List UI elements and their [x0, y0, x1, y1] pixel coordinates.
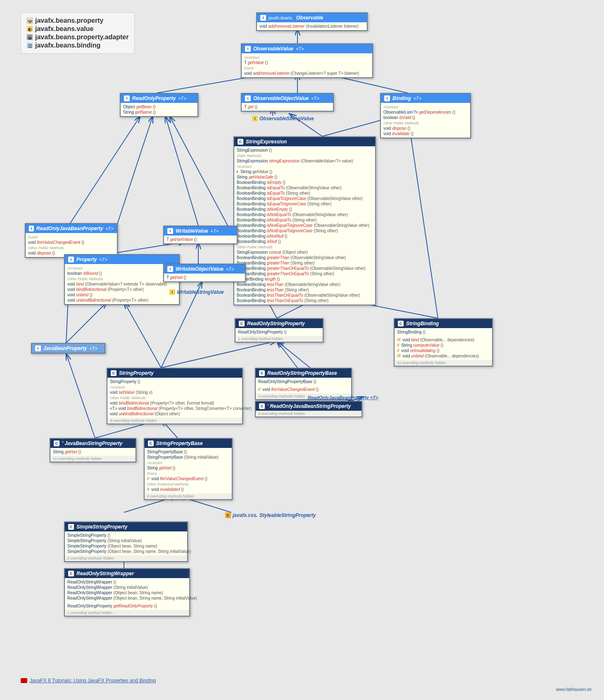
section-label: Other Public Methods — [383, 121, 468, 125]
method: T get/setValue () — [166, 237, 234, 242]
label-styleablestringproperty[interactable]: C javafx.css. StyleableStringProperty — [225, 512, 316, 518]
class-icon: C — [111, 370, 117, 376]
class-observable[interactable]: I javafx.beans. Observable void add/remo… — [256, 12, 368, 31]
hidden-note: 11 overriding methods hidden — [50, 456, 136, 462]
class-observableobjectvalue[interactable]: I ObservableObjectValue <T> T get () — [241, 93, 334, 112]
method: BooleanBinding isEmpty () — [237, 180, 373, 185]
class-title: I javafx.beans. Observable — [257, 13, 367, 22]
section-label: Other Public Methods — [110, 396, 240, 400]
class-javabeanproperty[interactable]: I JavaBeanProperty <T> — [31, 343, 105, 354]
method: BooleanBinding isNotEqualToIgnoreCase (S… — [237, 228, 373, 233]
method: void bindBidirectional (Property<?> othe… — [110, 400, 240, 406]
class-readonlyjavabeanstringproperty[interactable]: C ' ReadOnlyJavaBeanStringProperty 5 ove… — [255, 401, 362, 417]
method: # void onInvalidating () — [397, 348, 490, 353]
section-label: Event — [28, 235, 114, 239]
label-observablestringvalue[interactable]: I ObservableStringValue — [252, 116, 314, 121]
interface-icon: I — [384, 95, 390, 101]
class-title: I ReadOnlyJavaBeanProperty <T> — [26, 224, 117, 233]
method: boolean isValid () — [383, 115, 468, 120]
method: # String computeValue () — [397, 343, 490, 348]
svg-line-17 — [66, 302, 107, 343]
class-readonlystringwrapper[interactable]: C ReadOnlyStringWrapper ReadOnlyStringWr… — [64, 568, 190, 617]
class-icon: C — [68, 524, 74, 530]
method: <T> void bindBidirectional (Property<T> … — [110, 406, 240, 411]
class-readonlyproperty[interactable]: I ReadOnlyProperty <T> Object getBean ()… — [120, 93, 198, 117]
method: BooleanBinding greaterThanOrEqualTo (Obs… — [237, 266, 373, 271]
interface-icon: I — [68, 257, 74, 262]
label-writablestringvalue[interactable]: I WritableStringValue — [169, 289, 224, 295]
method: BooleanBinding isEqualToIgnoreCase (Obse… — [237, 196, 373, 201]
method: BooleanBinding lessThan (ObservableStrin… — [237, 282, 373, 287]
class-title: C SimpleStringProperty — [65, 522, 187, 531]
class-readonlyjavabeanproperty[interactable]: I ReadOnlyJavaBeanProperty <T> Event voi… — [25, 223, 118, 258]
class-body: T get () — [242, 103, 333, 111]
constructor: ReadOnlyStringProperty () — [238, 329, 320, 335]
method: r String getValue () — [237, 169, 373, 174]
interface-icon: I — [35, 345, 41, 351]
method: BooleanBinding isEqualTo (ObservableStri… — [237, 185, 373, 190]
class-writablevalue[interactable]: I WritableValue <T> T get/setValue () — [163, 226, 238, 244]
method: BooleanBinding greaterThanOrEqualTo (Str… — [237, 271, 373, 276]
section-label: Other Public Methods — [237, 245, 373, 249]
class-icon: C — [259, 370, 265, 376]
class-body: StringExpression () Static Methods Strin… — [234, 146, 375, 305]
hidden-note: 1 overriding method hidden — [235, 336, 323, 342]
label-readonlyjavabeanproperty-link[interactable]: ReadOnlyJavaBeanProperty <T> — [308, 395, 378, 400]
method: IntegerBinding length () — [237, 276, 373, 282]
section-label: Event — [244, 66, 370, 70]
section-label: Event — [147, 471, 229, 476]
method: BooleanBinding lessThanOrEqualTo (Observ… — [237, 293, 373, 298]
class-body: Accessor T getValue () Event void add/re… — [242, 53, 372, 77]
class-simplestringproperty[interactable]: C SimpleStringProperty SimpleStringPrope… — [64, 521, 188, 562]
svg-line-21 — [277, 341, 297, 368]
hidden-note: 10 overriding methods hidden — [395, 360, 492, 366]
svg-line-25 — [66, 353, 95, 438]
constructor: StringBinding () — [397, 329, 490, 335]
class-javabeanstringproperty[interactable]: C ' JavaBeanStringProperty String get/se… — [50, 438, 136, 462]
class-stringproperty[interactable]: C StringProperty StringProperty () Acces… — [107, 368, 243, 424]
legend-text: javafx.beans.binding — [35, 42, 100, 49]
class-icon: C — [239, 321, 245, 326]
method: BooleanBinding isNotEqualToIgnoreCase (O… — [237, 223, 373, 228]
class-body: Event void fireValueChangedEvent () Othe… — [26, 233, 117, 257]
class-stringbinding[interactable]: C StringBinding StringBinding () #f void… — [394, 318, 493, 367]
constructor: ReadOnlyStringWrapper () — [67, 579, 187, 585]
constructor: StringProperty () — [110, 379, 240, 384]
class-body: ReadOnlyStringProperty () — [235, 328, 323, 336]
svg-line-18 — [124, 302, 161, 368]
class-title: I JavaBeanProperty <T> — [32, 344, 105, 353]
package-icon: ◒ — [27, 34, 33, 40]
class-body: StringPropertyBase () StringPropertyBase… — [145, 448, 232, 493]
method: void fireValueChangedEvent () — [28, 240, 114, 245]
class-property[interactable]: I Property <T> Accessor boolean isBound … — [64, 254, 180, 305]
class-icon: C — [225, 512, 231, 518]
class-icon: C — [68, 571, 74, 576]
method: BooleanBinding lessThan (String other) — [237, 287, 373, 293]
class-writableobjectvalue[interactable]: I WritableObjectValue <T> T get/set () — [163, 264, 246, 282]
method: #f void bind (Observable... dependencies… — [397, 337, 490, 343]
class-stringexpression[interactable]: C StringExpression StringExpression () S… — [233, 136, 376, 305]
interface-icon: I — [252, 116, 258, 121]
tutorial-link[interactable]: JavaFX 8 Tutorials: Using JavaFX Propert… — [21, 678, 156, 683]
class-icon: C — [148, 440, 154, 446]
class-title: C ReadOnlyStringPropertyBase — [256, 369, 351, 378]
method: StringExpression stringExpression (Obser… — [237, 158, 373, 164]
method: void unbindBidirectional (Property<T> ot… — [67, 298, 176, 303]
class-readonlystringproperty[interactable]: C ReadOnlyStringProperty ReadOnlyStringP… — [235, 318, 323, 343]
class-title: I Binding <T> — [381, 94, 470, 103]
constructor: ReadOnlyStringWrapper (Object bean, Stri… — [67, 595, 187, 601]
interface-icon: I — [169, 289, 175, 295]
svg-line-15 — [409, 124, 438, 318]
class-stringpropertybase[interactable]: C StringPropertyBase StringPropertyBase … — [144, 438, 233, 500]
class-title: C ReadOnlyStringWrapper — [65, 569, 189, 578]
class-binding[interactable]: I Binding <T> Accessor ObservableList<?>… — [380, 93, 471, 138]
method: T get () — [244, 104, 331, 110]
interface-icon: I — [167, 228, 173, 234]
class-body: T get/set () — [164, 274, 245, 281]
section-label: Other Public Methods — [28, 246, 114, 250]
method: void unbindBidirectional (Object other) — [110, 411, 240, 417]
method: #f void unbind (Observable... dependenci… — [397, 353, 490, 359]
method: void setValue (String v) — [110, 390, 240, 395]
class-observablevalue[interactable]: I ObservableValue <T> Accessor T getValu… — [241, 43, 373, 78]
constructor: SimpleStringProperty (String initialValu… — [67, 538, 185, 543]
